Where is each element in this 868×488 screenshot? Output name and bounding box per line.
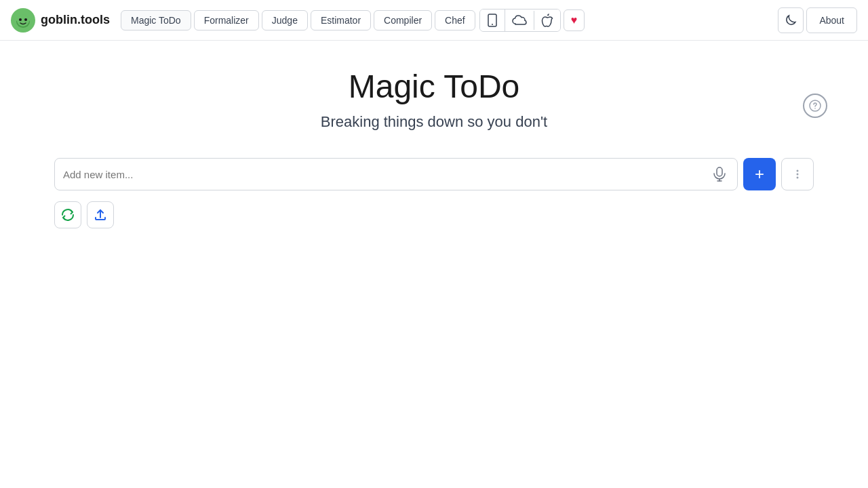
svg-rect-11 — [717, 167, 722, 176]
reset-button[interactable] — [54, 201, 81, 228]
add-item-button[interactable]: + — [743, 158, 776, 190]
microphone-icon — [713, 167, 726, 182]
page-title: Magic ToDo — [54, 68, 814, 105]
svg-point-15 — [797, 174, 799, 176]
nav-chef[interactable]: Chef — [435, 10, 475, 30]
navbar: goblin.tools Magic ToDo Formalizer Judge… — [0, 0, 868, 41]
svg-point-8 — [492, 24, 493, 25]
brand-link[interactable]: goblin.tools — [11, 8, 110, 33]
dark-mode-btn[interactable] — [778, 7, 804, 33]
action-row — [54, 201, 814, 228]
svg-point-10 — [814, 108, 816, 109]
moon-icon — [785, 14, 797, 26]
add-item-input[interactable] — [63, 169, 710, 180]
refresh-icon — [62, 209, 74, 221]
nav-formalizer[interactable]: Formalizer — [194, 10, 259, 30]
mic-button[interactable] — [710, 164, 729, 184]
apple-icon-btn[interactable] — [534, 9, 560, 31]
svg-point-16 — [797, 177, 799, 179]
apple-icon — [541, 14, 553, 27]
svg-point-14 — [797, 170, 799, 172]
input-row: + — [54, 158, 814, 190]
svg-point-2 — [17, 14, 29, 26]
nav-compiler[interactable]: Compiler — [374, 10, 432, 30]
extra-options-button[interactable] — [781, 158, 814, 190]
brand-name: goblin.tools — [41, 13, 110, 27]
svg-point-3 — [19, 18, 22, 21]
nav-judge[interactable]: Judge — [262, 10, 308, 30]
cloud-icon-btn[interactable] — [505, 11, 534, 30]
brand-logo-icon — [11, 8, 35, 33]
upload-icon — [94, 209, 106, 221]
export-button[interactable] — [87, 201, 114, 228]
platform-icons-group — [479, 9, 561, 32]
page-subtitle: Breaking things down so you don't — [54, 113, 814, 131]
question-mark-icon — [809, 100, 821, 112]
mobile-icon-btn[interactable] — [480, 9, 505, 31]
extra-options-icon — [791, 168, 804, 180]
help-button[interactable] — [803, 94, 827, 118]
nav-magic-todo[interactable]: Magic ToDo — [121, 10, 191, 30]
main-content: Magic ToDo Breaking things down so you d… — [0, 41, 868, 256]
mobile-icon — [487, 14, 498, 27]
heart-btn[interactable]: ♥ — [564, 9, 585, 31]
about-btn[interactable]: About — [806, 7, 857, 33]
nav-right: About — [778, 7, 857, 33]
cloud-icon — [512, 15, 527, 26]
nav-estimator[interactable]: Estimator — [311, 10, 371, 30]
add-input-wrapper — [54, 158, 738, 190]
svg-point-4 — [24, 18, 27, 21]
